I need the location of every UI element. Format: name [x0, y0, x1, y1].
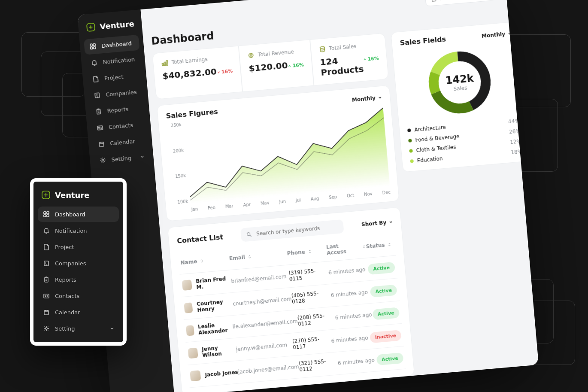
sidebar-item-label: Notification	[103, 56, 135, 65]
sidebar-preview-card: Venture Dashboard Notification Project C…	[30, 178, 127, 346]
id-icon	[96, 124, 103, 131]
arrow-down-icon	[217, 70, 221, 74]
calendar-icon	[98, 140, 105, 148]
x-tick: Oct	[347, 193, 355, 198]
sidebar-nav: Dashboard Notification Project Companies…	[84, 35, 150, 169]
status-badge: Active	[376, 352, 404, 365]
clipboard-icon	[43, 276, 50, 283]
row-name: Jenny Wilson	[202, 343, 237, 359]
sort-icon	[387, 242, 392, 247]
x-tick: Nov	[364, 191, 373, 197]
y-tick: 100k	[173, 199, 188, 205]
contact-table: NameEmailPhoneLast AccessStatus Brian Fr…	[178, 233, 406, 388]
donut-legend: Architecture44%Food & Beverage26%Cloth &…	[407, 118, 522, 164]
row-phone: (319) 555-0115	[288, 267, 329, 282]
x-tick: Feb	[208, 205, 216, 211]
file-icon	[43, 243, 50, 250]
sidebar-nav: Dashboard Notification Project Companies…	[38, 207, 119, 336]
col-email[interactable]: Email	[229, 251, 287, 262]
col-name[interactable]: Name	[180, 255, 230, 266]
row-avatar	[186, 325, 194, 336]
row-avatar	[190, 370, 201, 381]
sidebar-item-label: Reports	[55, 277, 76, 283]
status-badge: Inactive	[370, 330, 402, 343]
sales-fields-card: Sales Fields Monthly 142k	[391, 21, 531, 172]
sidebar-item-label: Calendar	[110, 138, 136, 146]
sidebar-item-companies[interactable]: Companies	[38, 255, 119, 271]
kpi-card: Total Sales 124 Products 16%	[310, 33, 389, 86]
col-last[interactable]: Last Access	[326, 240, 367, 256]
sidebar-item-setting[interactable]: Setting	[38, 321, 119, 336]
x-tick: Jan	[191, 207, 198, 212]
figures-period-select[interactable]: Monthly	[352, 94, 382, 103]
building-icon	[43, 260, 50, 267]
legend-dot	[409, 149, 413, 153]
x-tick: May	[260, 201, 270, 206]
store-icon	[430, 0, 437, 2]
file-icon	[92, 75, 99, 82]
row-email: courtney.h@email.com	[233, 296, 292, 307]
row-phone: (270) 555-0117	[292, 335, 332, 350]
legend-label: Food & Beverage	[415, 133, 460, 143]
grid-icon	[43, 211, 50, 218]
sidebar-item-contacts[interactable]: Contacts	[38, 288, 119, 304]
y-tick: 200k	[169, 148, 184, 154]
bell-icon	[91, 59, 98, 66]
x-tick: Jun	[279, 199, 286, 204]
sales-figures-card: Sales Figures Monthly 250k200k150k100k J…	[157, 85, 400, 221]
sidebar-item-label: Project	[104, 73, 124, 82]
sidebar-item-label: Setting	[111, 155, 132, 163]
sidebar-item-notification[interactable]: Notification	[38, 223, 119, 238]
gear-icon	[99, 156, 106, 164]
fields-period-select[interactable]: Monthly	[482, 30, 512, 39]
bars-icon	[161, 59, 168, 67]
kpi-value: $120.00	[249, 60, 288, 74]
legend-label: Education	[417, 155, 443, 164]
sidebar-item-calendar[interactable]: Calendar	[38, 304, 119, 320]
col-status[interactable]: Status	[366, 241, 394, 250]
brand-name: Venture	[55, 191, 89, 200]
x-tick: Apr	[243, 202, 251, 207]
contact-list-card: Contact List Short By NameEmailPh	[167, 207, 415, 392]
brand-name: Venture	[100, 19, 135, 31]
row-phone: (208) 555-0112	[297, 312, 336, 327]
sidebar-item-label: Calendar	[55, 309, 80, 316]
chevron-down-icon	[389, 220, 394, 225]
sidebar-item-reports[interactable]: Reports	[38, 272, 119, 287]
col-phone[interactable]: Phone	[287, 247, 327, 256]
sidebar-item-label: Contacts	[108, 122, 133, 130]
kpi-label: Total Earnings	[171, 56, 208, 65]
sidebar-item-dashboard[interactable]: Dashboard	[38, 207, 119, 222]
row-name: Brian Fred M.	[196, 275, 232, 290]
target-icon	[247, 52, 255, 59]
row-name: Jacob Jones	[205, 369, 238, 378]
row-avatar	[184, 302, 193, 313]
y-tick: 250k	[167, 122, 182, 128]
sort-icon	[307, 249, 312, 254]
row-avatar	[188, 348, 198, 359]
sort-by-label: Short By	[361, 219, 387, 228]
sidebar-item-label: Companies	[106, 88, 137, 97]
arrow-up-icon	[363, 58, 367, 62]
legend-dot	[407, 128, 411, 132]
gear-icon	[43, 325, 50, 332]
brand[interactable]: Venture	[38, 188, 119, 207]
chevron-down-icon	[109, 326, 115, 331]
row-name: Courtney Henry	[197, 298, 233, 313]
sort-by-select[interactable]: Short By	[361, 219, 394, 228]
store-selector[interactable]: Ascending Store	[424, 0, 496, 6]
sort-icon	[247, 255, 252, 259]
chevron-down-icon	[378, 95, 382, 100]
kpi-card: Total Earnings $40,832.00 16%	[152, 46, 243, 99]
x-tick: Dec	[382, 190, 391, 195]
sidebar-item-project[interactable]: Project	[38, 239, 119, 255]
sidebar-item-label: Dashboard	[55, 211, 85, 218]
sidebar-item-label: Companies	[55, 260, 86, 267]
sidebar-item-label: Contacts	[55, 293, 79, 299]
search-icon	[246, 231, 252, 237]
bell-icon	[43, 227, 50, 234]
donut-value: 142k	[445, 72, 474, 87]
row-last: 6 minutes ago	[335, 312, 373, 321]
search-input[interactable]	[255, 223, 339, 237]
legend-dot	[408, 139, 412, 143]
